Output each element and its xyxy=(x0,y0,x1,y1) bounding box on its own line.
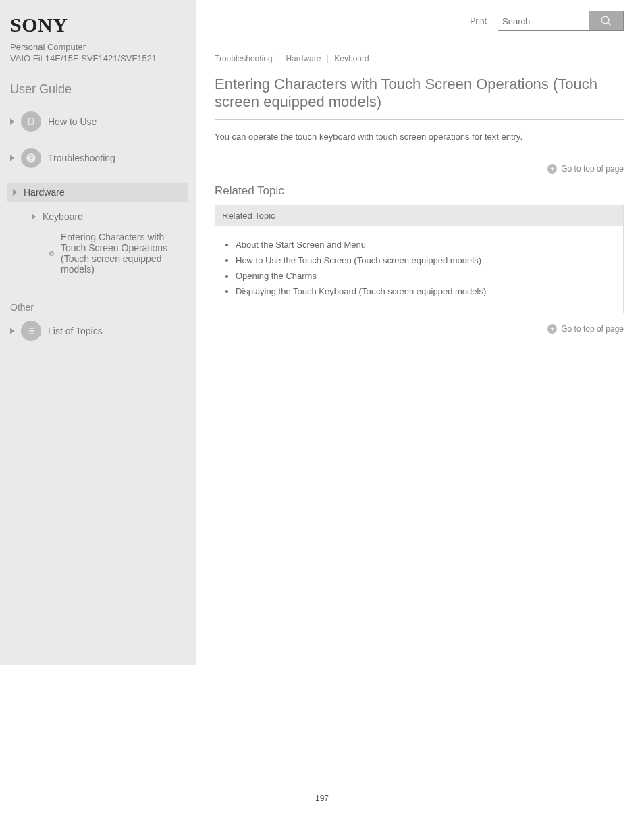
goto-top-label: Go to top of page xyxy=(561,324,624,334)
page-number: 197 xyxy=(0,665,644,823)
search-input[interactable] xyxy=(498,11,589,30)
nav-list-of-topics[interactable]: List of Topics xyxy=(10,319,186,342)
divider xyxy=(215,153,624,153)
nav-keyboard[interactable]: Keyboard xyxy=(32,211,186,222)
article-body: You can operate the touch keyboard with … xyxy=(215,130,624,145)
goto-top-link[interactable]: Go to top of page xyxy=(215,164,624,174)
user-guide-heading: User Guide xyxy=(10,82,186,97)
divider xyxy=(215,119,624,120)
goto-top-label: Go to top of page xyxy=(561,164,624,174)
related-header: Related Topic xyxy=(215,205,623,226)
article-title: Entering Characters with Touch Screen Op… xyxy=(215,76,624,111)
nav-hardware[interactable]: Hardware xyxy=(7,183,188,202)
chevron-right-icon xyxy=(10,155,14,161)
search-icon xyxy=(600,15,612,27)
nav-how-to-use[interactable]: How to Use xyxy=(10,110,186,133)
main-content: Print Troubleshooting | Hardware | Keybo… xyxy=(196,0,644,665)
print-link[interactable]: Print xyxy=(470,16,487,26)
breadcrumb-item[interactable]: Troubleshooting xyxy=(215,54,273,63)
nav-label: Troubleshooting xyxy=(48,153,115,163)
top-row: Print xyxy=(215,11,624,31)
search-box xyxy=(498,11,624,31)
related-section-title: Related Topic xyxy=(215,184,624,198)
goto-top-link[interactable]: Go to top of page xyxy=(215,324,624,334)
product-name: Personal Computer xyxy=(10,42,186,52)
search-button[interactable] xyxy=(589,11,623,30)
nav-current-topic[interactable]: Entering Characters with Touch Screen Op… xyxy=(49,232,186,275)
book-icon xyxy=(21,111,41,132)
nav-label: Hardware xyxy=(24,187,65,198)
brand-logo: SONY xyxy=(10,14,186,36)
breadcrumb-item[interactable]: Hardware xyxy=(286,54,321,63)
nav-label: Keyboard xyxy=(43,211,83,222)
arrow-up-icon xyxy=(547,324,557,334)
nav-label: List of Topics xyxy=(48,325,103,336)
related-item[interactable]: How to Use the Touch Screen (Touch scree… xyxy=(236,255,608,265)
breadcrumb-item[interactable]: Keyboard xyxy=(334,54,369,63)
chevron-right-icon xyxy=(10,328,14,334)
product-model: VAIO Fit 14E/15E SVF1421/SVF1521 xyxy=(10,53,186,63)
chevron-right-icon xyxy=(10,118,14,125)
question-icon xyxy=(21,148,41,168)
nav-label: Entering Characters with Touch Screen Op… xyxy=(61,232,186,275)
related-list: About the Start Screen and Menu How to U… xyxy=(215,226,623,313)
chevron-right-icon xyxy=(13,189,17,196)
breadcrumb: Troubleshooting | Hardware | Keyboard xyxy=(215,54,624,63)
related-box: Related Topic About the Start Screen and… xyxy=(215,205,624,313)
related-item[interactable]: Displaying the Touch Keyboard (Touch scr… xyxy=(236,286,608,296)
breadcrumb-separator: | xyxy=(327,54,329,63)
related-item[interactable]: Opening the Charms xyxy=(236,271,608,281)
nav-troubleshooting[interactable]: Troubleshooting xyxy=(10,147,186,170)
list-icon xyxy=(21,321,41,341)
arrow-up-icon xyxy=(547,164,557,174)
nav-label: How to Use xyxy=(48,116,97,127)
bullet-icon xyxy=(49,251,54,256)
related-item[interactable]: About the Start Screen and Menu xyxy=(236,240,608,250)
other-heading: Other xyxy=(10,302,186,313)
breadcrumb-separator: | xyxy=(278,54,280,63)
chevron-right-icon xyxy=(32,213,36,220)
sidebar: SONY Personal Computer VAIO Fit 14E/15E … xyxy=(0,0,196,665)
